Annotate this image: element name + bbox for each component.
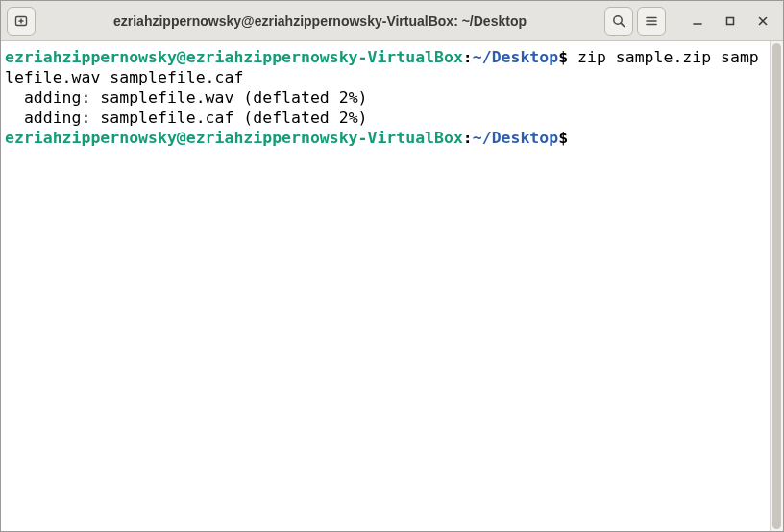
terminal-body: ezriahzippernowsky@ezriahzippernowsky-Vi… <box>1 41 783 531</box>
vertical-scrollbar[interactable] <box>770 41 783 531</box>
prompt-path: ~/Desktop <box>473 48 558 66</box>
prompt-colon: : <box>463 48 473 66</box>
prompt-dollar: $ <box>558 48 568 66</box>
hamburger-icon <box>644 13 659 29</box>
minimize-icon <box>691 14 704 28</box>
titlebar-right-controls <box>604 7 777 36</box>
new-tab-button[interactable] <box>7 7 36 36</box>
maximize-icon <box>723 14 737 28</box>
maximize-button[interactable] <box>716 7 745 36</box>
prompt-user-host: ezriahzippernowsky@ezriahzippernowsky-Vi… <box>5 48 463 66</box>
prompt-dollar-2: $ <box>558 129 568 147</box>
terminal-output[interactable]: ezriahzippernowsky@ezriahzippernowsky-Vi… <box>1 41 770 531</box>
prompt-path-2: ~/Desktop <box>473 129 558 147</box>
window-title: ezriahzippernowsky@ezriahzippernowsky-Vi… <box>41 13 599 29</box>
menu-button[interactable] <box>637 7 666 36</box>
new-tab-icon <box>13 13 29 29</box>
search-button[interactable] <box>604 7 633 36</box>
svg-line-4 <box>621 23 624 26</box>
output-line-2: adding: samplefile.caf (deflated 2%) <box>5 109 368 127</box>
minimize-button[interactable] <box>683 7 712 36</box>
close-icon <box>756 14 770 28</box>
close-button[interactable] <box>748 7 777 36</box>
command-2 <box>568 129 577 147</box>
search-icon <box>611 13 626 29</box>
svg-rect-9 <box>727 17 734 24</box>
terminal-window: ezriahzippernowsky@ezriahzippernowsky-Vi… <box>0 0 784 532</box>
output-line-1: adding: samplefile.wav (deflated 2%) <box>5 88 368 107</box>
prompt-user-host-2: ezriahzippernowsky@ezriahzippernowsky-Vi… <box>5 129 463 147</box>
prompt-colon-2: : <box>463 129 473 147</box>
titlebar: ezriahzippernowsky@ezriahzippernowsky-Vi… <box>1 1 783 41</box>
scrollbar-thumb[interactable] <box>772 43 781 529</box>
